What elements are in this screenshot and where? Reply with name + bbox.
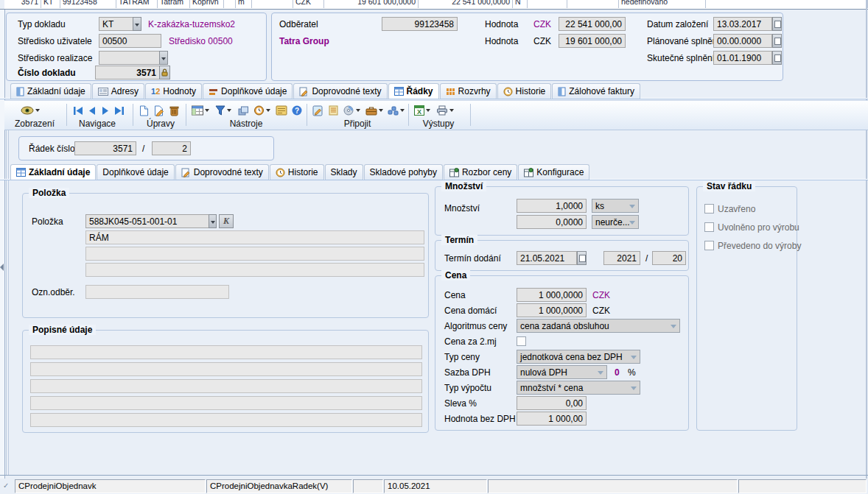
attach-note-button[interactable]: [312, 104, 323, 117]
popisne-field-3[interactable]: [30, 379, 422, 393]
tab-rozvrhy[interactable]: Rozvrhy: [440, 83, 497, 99]
polozka-k-button[interactable]: K: [219, 214, 234, 228]
stredisko-realizace-dropdown-button[interactable]: [159, 51, 168, 65]
tab-hodnoty[interactable]: 12Hodnoty: [145, 83, 202, 99]
popisne-field-1[interactable]: [30, 345, 422, 359]
print-button[interactable]: [436, 104, 454, 117]
filter-button[interactable]: [215, 104, 231, 117]
odberatel-field[interactable]: 99123458: [382, 17, 458, 31]
tab-doplnkove-udaje[interactable]: Doplňkové údaje: [203, 83, 293, 99]
cena-domaci-field[interactable]: 1 000,0000: [517, 303, 587, 317]
popisne-field-4[interactable]: [30, 396, 422, 410]
tab-zakladni-udaje[interactable]: Základní údaje: [10, 83, 91, 99]
polozka-code-field[interactable]: 588JK045-051-001-01: [85, 214, 209, 228]
attach-fragments-button[interactable]: [388, 104, 405, 117]
status-cell: [353, 479, 383, 493]
popisne-field-2[interactable]: [30, 362, 422, 376]
cena-domaci-label: Cena domácí: [444, 306, 497, 316]
lock-button[interactable]: [159, 66, 170, 80]
tab-doprovodne-texty[interactable]: Doprovodné texty: [293, 83, 387, 99]
planovane-splneni-calendar-button[interactable]: [772, 34, 782, 48]
datum-zalozeni-calendar-button[interactable]: [772, 17, 782, 31]
stredisko-realizace-field[interactable]: [99, 51, 160, 65]
hodnota2-field[interactable]: 19 601 000,00: [559, 34, 626, 48]
attach-media-button[interactable]: [343, 104, 360, 117]
nav-last-button[interactable]: [113, 104, 125, 117]
subtab-sklady[interactable]: Sklady: [325, 164, 363, 180]
subtab-historie[interactable]: Historie: [270, 164, 324, 180]
attach-case-button[interactable]: [365, 104, 383, 117]
new-record-button[interactable]: [139, 104, 149, 117]
termin-calendar-button[interactable]: [577, 251, 587, 265]
tab-zalohove-faktury[interactable]: Zálohové faktury: [552, 83, 640, 99]
radek-cislo-field[interactable]: 3571: [74, 141, 136, 155]
uvolneno-pro-vyrobu-checkbox[interactable]: [704, 222, 714, 232]
bars-icon: [209, 88, 218, 96]
subtab-zakladni-udaje[interactable]: Základní údaje: [10, 164, 96, 180]
left-splitter[interactable]: [0, 10, 5, 494]
grid-cell: Kopřivn: [190, 0, 224, 8]
tab-radky[interactable]: Řádky: [388, 83, 439, 99]
clock-tool-button[interactable]: [253, 104, 270, 117]
uzavreno-checkbox[interactable]: [704, 204, 714, 214]
popisne-field-5[interactable]: [30, 413, 422, 427]
cena-za-2mj-checkbox[interactable]: [517, 336, 526, 346]
hodnota1-field[interactable]: 22 541 000,00: [559, 17, 626, 31]
mnozstvi-unit2-select[interactable]: neurče...: [592, 215, 639, 229]
algoritmus-ceny-select[interactable]: cena zadaná obsluhou: [517, 319, 680, 333]
subtab-doplnkove-udaje[interactable]: Doplňkové údaje: [97, 164, 174, 180]
export-excel-button[interactable]: X: [414, 104, 430, 117]
svg-text:X: X: [417, 108, 421, 116]
tab-adresy[interactable]: Adresy: [92, 83, 144, 99]
status-class-1: CProdejniObjednavk: [15, 479, 206, 493]
help-button[interactable]: ?: [292, 104, 302, 117]
termin-date-field[interactable]: 21.05.2021: [517, 251, 577, 265]
polozka-dropdown-button[interactable]: [209, 214, 217, 228]
edit-record-button[interactable]: [154, 104, 164, 117]
subtab-rozbor-ceny[interactable]: Rozbor ceny: [444, 164, 517, 180]
subtab-konfigurace[interactable]: Konfigurace: [518, 164, 589, 180]
hodnota-bez-dph-field[interactable]: 1 000,00: [517, 412, 587, 426]
subtab-skladove-pohyby[interactable]: Skladové pohyby: [364, 164, 443, 180]
typ-dokladu-field[interactable]: KT: [99, 17, 133, 31]
attach-list-button[interactable]: [329, 104, 338, 117]
planovane-splneni-field[interactable]: 00.00.0000: [713, 34, 772, 48]
price-table-icon: [524, 168, 533, 177]
stredisko-uzivatele-field[interactable]: 00500: [99, 34, 161, 48]
cena-field[interactable]: 1 000,0000: [517, 288, 587, 302]
mnozstvi-qty2-field[interactable]: 0,0000: [517, 215, 587, 229]
typ-vypoctu-select[interactable]: množství * cena: [517, 381, 640, 395]
delete-record-button[interactable]: [169, 104, 179, 117]
skutecne-splneni-calendar-button[interactable]: [772, 51, 782, 65]
sleva-field[interactable]: 0,00: [517, 396, 587, 410]
tab-historie[interactable]: Historie: [497, 83, 552, 99]
nav-next-button[interactable]: [101, 104, 110, 117]
termin-week-field[interactable]: 20: [652, 251, 686, 265]
grid-row[interactable]: 3571 KT 99123458 TATRAM Tatram Kopřivn m…: [4, 0, 868, 9]
tab-label: Rozbor ceny: [462, 167, 511, 177]
mnozstvi-unit1-select[interactable]: ks: [592, 199, 639, 213]
skutecne-splneni-field[interactable]: 01.01.1900: [713, 51, 772, 65]
nav-prev-button[interactable]: [88, 104, 97, 117]
subtab-doprovodne-texty[interactable]: Doprovodné texty: [175, 164, 269, 180]
toolbar-group-label: Výstupy: [423, 119, 455, 129]
ozn-odber-field[interactable]: [85, 285, 229, 299]
termin-year-field[interactable]: 2021: [603, 251, 640, 265]
prevedeno-do-vyroby-checkbox[interactable]: [704, 241, 714, 250]
grid-cell: 19 601 000,0000: [324, 0, 419, 8]
copy-tool-button[interactable]: [238, 104, 249, 117]
sazba-dph-select[interactable]: nulová DPH: [517, 365, 607, 379]
tab-label: Hodnoty: [163, 86, 196, 96]
tab-label: Řádky: [407, 86, 433, 96]
radek-count-field[interactable]: 2: [152, 141, 191, 155]
typ-ceny-select[interactable]: jednotková cena bez DPH: [517, 350, 640, 364]
mnozstvi-qty1-field[interactable]: 1,0000: [517, 199, 587, 213]
nav-first-button[interactable]: [72, 104, 84, 117]
view-button[interactable]: [21, 104, 40, 117]
typ-dokladu-dropdown-button[interactable]: [133, 17, 141, 31]
report-tool-button[interactable]: [276, 104, 287, 117]
cislo-dokladu-field[interactable]: 3571: [95, 66, 160, 80]
collapse-chevron-icon[interactable]: [0, 264, 4, 271]
datum-zalozeni-field[interactable]: 13.03.2017: [713, 17, 772, 31]
grid-tool-button[interactable]: [192, 104, 209, 117]
